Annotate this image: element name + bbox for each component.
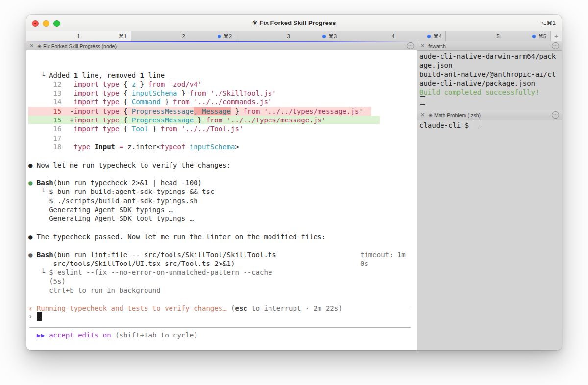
text-segment: from bbox=[173, 98, 194, 106]
text-segment: import type bbox=[74, 125, 123, 133]
tool-meta-text: timeout: 1m bbox=[360, 250, 406, 259]
terminal-line bbox=[419, 96, 562, 105]
text-segment: 15 bbox=[53, 116, 62, 124]
pane-menu-icon[interactable]: ⋯ bbox=[407, 42, 414, 49]
tab-shortcut-group: ⌘1 bbox=[119, 33, 127, 40]
close-pane-icon[interactable]: ✕ bbox=[29, 43, 34, 49]
claude-terminal-output[interactable]: └ Added 1 line, removed 1 line 12 import… bbox=[26, 50, 417, 350]
mode-status-line: ▶▶ accept edits on (shift+tab to cycle) bbox=[28, 331, 198, 339]
text-segment: ● bbox=[28, 233, 37, 241]
text-segment: $ eslint --fix --no-error-on-unmatched-p… bbox=[49, 268, 272, 276]
text-segment: › bbox=[28, 313, 37, 320]
text-segment: } bbox=[161, 98, 173, 106]
text-segment: (bun run lint:file -- src/tools/SkillToo… bbox=[53, 251, 276, 259]
text-segment: 15 bbox=[53, 107, 62, 115]
terminal-line: aude-cli-native-darwin-arm64/pack bbox=[419, 52, 562, 61]
close-pane-icon[interactable]: ✕ bbox=[420, 112, 425, 118]
tab-shortcut: ⌘2 bbox=[223, 33, 232, 40]
text-segment: 17 bbox=[28, 134, 61, 142]
window-title: ✳ Fix Forked Skill Progress bbox=[26, 15, 562, 31]
prompt-input[interactable]: › bbox=[28, 312, 42, 321]
text-segment: └ bbox=[28, 188, 49, 195]
terminal-line: Build completed successfully! bbox=[419, 88, 562, 96]
text-segment bbox=[45, 331, 49, 339]
terminal-line: 13 import type { inputSchema } from './S… bbox=[28, 89, 417, 97]
text-segment: ▶▶ bbox=[37, 331, 45, 339]
text-segment: inputSchema bbox=[190, 143, 235, 151]
tab-shortcut-group: ⌘4 bbox=[427, 33, 441, 40]
terminal-line bbox=[28, 223, 417, 232]
text-segment: z bbox=[132, 80, 136, 88]
activity-dot bbox=[427, 35, 431, 38]
tab-number: 1 bbox=[77, 33, 80, 39]
terminal-line: › bbox=[28, 312, 42, 321]
tab-5[interactable]: 5⌘5 bbox=[445, 31, 550, 41]
terminal-line: ● Now let me run typecheck to verify the… bbox=[28, 161, 417, 169]
terminal-line: (5s) bbox=[28, 277, 417, 286]
tab-number: 3 bbox=[287, 33, 290, 39]
new-tab-button[interactable]: + bbox=[550, 31, 562, 41]
text-segment: Input bbox=[95, 143, 120, 151]
text-segment: 'zod/v4' bbox=[169, 80, 202, 88]
text-segment: ● bbox=[28, 179, 37, 187]
tab-2[interactable]: 2⌘2 bbox=[131, 31, 236, 41]
tab-shortcut: ⌘1 bbox=[119, 33, 127, 40]
text-segment: 1 bbox=[140, 72, 144, 79]
tool-meta-text: 0s bbox=[360, 259, 368, 268]
terminal-line: 15 +import type { ProgressMessage } from… bbox=[28, 116, 380, 124]
left-pane-title: ✳ Fix Forked Skill Progress (node) bbox=[37, 43, 407, 49]
text-segment: import type bbox=[74, 89, 123, 97]
prompt-bottom-divider bbox=[29, 327, 411, 328]
text-segment: '../../types/message.js' bbox=[227, 116, 326, 124]
text-segment: $ ./scripts/build-ant-sdk-typings.sh bbox=[28, 197, 198, 205]
text-segment: 14 bbox=[28, 98, 74, 106]
terminal-cursor bbox=[474, 121, 479, 129]
math-pane-header: ✕ ✳ Math Problem (-zsh) ⋯ bbox=[417, 110, 562, 120]
tab-1[interactable]: 1⌘1 bbox=[26, 31, 131, 41]
fswatch-terminal-output[interactable]: aude-cli-native-darwin-arm64/package.jso… bbox=[417, 51, 562, 110]
text-segment bbox=[28, 107, 53, 115]
tab-number: 2 bbox=[182, 33, 185, 39]
activity-dot bbox=[532, 35, 536, 38]
tab-shortcut-group: ⌘2 bbox=[218, 33, 232, 40]
prompt-top-divider bbox=[29, 309, 411, 309]
text-segment: Generating Agent SDK tool typings … bbox=[28, 215, 194, 222]
terminal-cursor bbox=[37, 312, 42, 321]
terminal-line bbox=[28, 169, 417, 178]
text-segment: ● bbox=[28, 161, 37, 169]
terminal-line: Generating Agent SDK tool typings … bbox=[28, 214, 417, 223]
terminal-line: age.json bbox=[419, 61, 562, 70]
terminal-line: 17 bbox=[28, 134, 417, 143]
tab-3[interactable]: 3⌘3 bbox=[236, 31, 341, 41]
text-segment: ctrl+b to run in background bbox=[28, 287, 161, 294]
text-segment: > bbox=[235, 143, 239, 151]
math-terminal-output[interactable]: claude-cli $ bbox=[417, 120, 562, 130]
tab-shortcut: ⌘4 bbox=[433, 33, 441, 40]
terminal-line bbox=[28, 241, 417, 250]
text-segment bbox=[28, 116, 53, 124]
text-segment: } bbox=[194, 116, 206, 124]
pane-menu-icon[interactable]: ⋯ bbox=[552, 42, 559, 49]
terminal-line: ● Bash(bun run lint:file -- src/tools/Sk… bbox=[28, 250, 417, 259]
tab-4[interactable]: 4⌘4 bbox=[341, 31, 445, 41]
terminal-line: Generating Agent SDK typings … bbox=[28, 205, 417, 214]
text-segment bbox=[61, 116, 70, 124]
text-segment: line bbox=[144, 72, 165, 79]
text-segment: '../../commands.js' bbox=[194, 98, 272, 106]
tab-list: 1⌘12⌘23⌘34⌘45⌘5 bbox=[26, 31, 550, 41]
terminal-window: ✳ Fix Forked Skill Progress ⌥⌘1 1⌘12⌘23⌘… bbox=[26, 15, 562, 350]
tab-bar: 1⌘12⌘23⌘34⌘45⌘5 + bbox=[26, 31, 562, 41]
pane-menu-icon[interactable]: ⋯ bbox=[552, 111, 559, 119]
text-segment: The typecheck passed. Now let me run the… bbox=[37, 233, 326, 241]
text-segment bbox=[326, 116, 380, 124]
close-pane-icon[interactable]: ✕ bbox=[420, 43, 425, 49]
activity-dot bbox=[218, 35, 221, 38]
text-segment: 1 bbox=[74, 72, 78, 79]
text-segment: z.infer< bbox=[127, 143, 160, 151]
text-segment: from bbox=[161, 125, 181, 133]
text-segment: Bash bbox=[37, 179, 53, 187]
terminal-line: 15 -import type { ProgressMessage, Messa… bbox=[28, 107, 371, 116]
text-segment: import type bbox=[74, 98, 123, 106]
text-segment: Build completed successfully! bbox=[419, 88, 539, 96]
text-segment: = bbox=[119, 143, 127, 151]
